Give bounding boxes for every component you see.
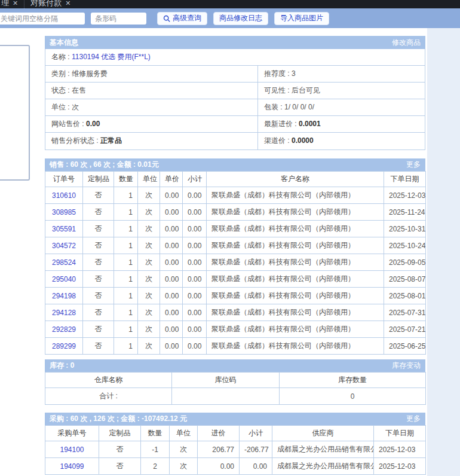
status-label: 状态 :	[51, 86, 70, 94]
sales-subtotal: 0.00	[183, 187, 207, 204]
sales-order-number-link[interactable]: 289299	[45, 338, 83, 355]
sales-unit-price: 0.00	[160, 338, 183, 355]
product-modify-log-button[interactable]: 商品修改日志	[213, 12, 268, 25]
purchase-more-link[interactable]: 更多	[406, 414, 421, 424]
sales-row: 292829 否 1 次 0.00 0.00 聚联鼎盛（成都）科技有限公司（内部…	[45, 321, 426, 338]
info-row: 类别 : 维修服务费 推荐度 : 3	[45, 66, 425, 83]
sales-unit: 次	[138, 304, 160, 321]
sales-order-number-link[interactable]: 294128	[45, 304, 83, 321]
latest-cost-label: 最新进价 :	[264, 120, 297, 128]
site-price-label: 网站售价 :	[51, 120, 84, 128]
tab-close-icon[interactable]: ✕	[65, 0, 70, 8]
sales-order-date: 2025-10-31	[384, 221, 426, 237]
sales-order-number-link[interactable]: 310610	[45, 187, 83, 204]
sales-row: 304572 否 1 次 0.00 0.00 聚联鼎盛（成都）科技有限公司（内部…	[45, 237, 426, 254]
barcode-input[interactable]	[91, 13, 146, 25]
recommend-value: 3	[292, 69, 296, 78]
advanced-search-label: 高级查询	[173, 13, 201, 23]
sales-customer-name: 聚联鼎盛（成都）科技有限公司（内部领用）	[207, 237, 384, 254]
visibility-label: 可见性 :	[264, 86, 290, 94]
sales-order-number-link[interactable]: 298524	[45, 254, 83, 271]
purchase-order-number-link[interactable]: 194099	[45, 458, 99, 475]
info-row: 单位 : 次 包装 : 1/ 0/ 0/ 0/	[45, 99, 425, 116]
stock-quantity: 0	[280, 388, 426, 405]
sales-order-number-link[interactable]: 295040	[45, 271, 83, 288]
sales-unit-price: 0.00	[160, 204, 183, 221]
info-row: 销售分析状态 : 正常品 渠道价 : 0.0000	[45, 133, 425, 149]
sales-custom-flag: 否	[83, 237, 114, 254]
visibility-value: 后台可见	[292, 86, 320, 94]
inventory-column-header: 库位码	[172, 373, 280, 388]
sales-more-link[interactable]: 更多	[406, 160, 421, 170]
sales-unit: 次	[138, 204, 160, 221]
purchase-row: 194100 否 -1 次 206.77 -206.77 成都晨之光办公用品销售…	[45, 441, 426, 458]
sales-quantity: 1	[114, 204, 138, 221]
tab-manage[interactable]: 理 ✕	[0, 0, 24, 8]
channel-price-label: 渠道价 :	[264, 136, 290, 145]
sales-subtotal: 0.00	[183, 271, 207, 288]
inventory-table: 仓库名称库位码库存数量 合计 : 0	[45, 372, 426, 405]
sales-unit-price: 0.00	[160, 221, 183, 237]
purchase-table-header-row: 采购单号定制品数量单位进价小计供应商下单日期	[45, 426, 426, 441]
sales-unit: 次	[138, 288, 160, 304]
purchase-custom-flag: 否	[99, 458, 141, 475]
sales-custom-flag: 否	[83, 271, 114, 288]
sales-analysis-label: 销售分析状态 :	[51, 136, 99, 145]
sales-customer-name: 聚联鼎盛（成都）科技有限公司（内部领用）	[207, 338, 384, 355]
sales-column-header: 小计	[183, 172, 207, 187]
sales-column-header: 客户名称	[207, 172, 384, 187]
sales-order-number-link[interactable]: 308985	[45, 204, 83, 221]
sales-order-date: 2025-07-21	[384, 321, 426, 338]
sales-table: 订单号定制品数量单位单价小计客户名称下单日期 310610 否 1 次 0.00…	[45, 171, 426, 355]
basic-info-body: 名称 : 1130194 优选 费用(F**L) 类别 : 维修服务费 推荐度 …	[45, 49, 425, 150]
sales-order-number-link[interactable]: 305591	[45, 221, 83, 237]
sales-unit: 次	[138, 237, 160, 254]
product-detail-page: 基本信息 修改商品 名称 : 1130194 优选 费用(F**L) 类别 : …	[0, 28, 460, 476]
product-name-link[interactable]: 1130194 优选 费用(F**L)	[72, 53, 151, 61]
sales-customer-name: 聚联鼎盛（成都）科技有限公司（内部领用）	[207, 288, 384, 304]
sales-unit: 次	[138, 187, 160, 204]
advanced-search-button[interactable]: 高级查询	[157, 12, 207, 25]
inventory-table-header-row: 仓库名称库位码库存数量	[45, 373, 426, 388]
purchase-column-header: 单位	[170, 426, 198, 441]
purchase-summary: 采购 : 60 次 , 126 次 ; 金额 : -107492.12 元	[50, 414, 187, 424]
sales-custom-flag: 否	[83, 304, 114, 321]
unit-label: 单位 :	[51, 103, 70, 111]
sales-order-number-link[interactable]: 292829	[45, 321, 83, 338]
basic-info-title: 基本信息	[50, 38, 78, 48]
purchase-table-body: 194100 否 -1 次 206.77 -206.77 成都晨之光办公用品销售…	[45, 441, 426, 475]
sales-customer-name: 聚联鼎盛（成都）科技有限公司（内部领用）	[207, 187, 384, 204]
purchase-unit: 次	[170, 458, 198, 475]
sales-customer-name: 聚联鼎盛（成都）科技有限公司（内部领用）	[207, 304, 384, 321]
purchase-column-header: 采购单号	[45, 426, 99, 441]
sales-unit: 次	[138, 271, 160, 288]
sales-analysis-value: 正常品	[100, 136, 122, 145]
import-product-images-button[interactable]: 导入商品图片	[274, 12, 329, 25]
keyword-search-input[interactable]	[0, 13, 85, 25]
sales-unit-price: 0.00	[160, 304, 183, 321]
sales-row: 289299 否 1 次 0.00 0.00 聚联鼎盛（成都）科技有限公司（内部…	[45, 338, 426, 355]
inventory-changes-link[interactable]: 库存变动	[392, 361, 421, 371]
sales-quantity: 1	[114, 271, 138, 288]
supplier-name: 成都晨之光办公用品销售有限公司	[272, 458, 374, 475]
modify-product-link[interactable]: 修改商品	[392, 38, 421, 48]
sales-order-number-link[interactable]: 304572	[45, 237, 83, 254]
sales-quantity: 1	[114, 321, 138, 338]
sales-unit: 次	[138, 338, 160, 355]
sales-row: 294128 否 1 次 0.00 0.00 聚联鼎盛（成都）科技有限公司（内部…	[45, 304, 426, 321]
tab-reconcile-payment-label: 对账付款	[30, 0, 62, 8]
inventory-column-header: 库存数量	[280, 373, 426, 388]
name-row: 名称 : 1130194 优选 费用(F**L)	[45, 49, 425, 66]
sales-customer-name: 聚联鼎盛（成都）科技有限公司（内部领用）	[207, 204, 384, 221]
purchase-order-date: 2025-12-03	[374, 458, 426, 475]
sales-custom-flag: 否	[83, 338, 114, 355]
tab-close-icon[interactable]: ✕	[13, 0, 18, 8]
tab-reconcile-payment[interactable]: 对账付款 ✕	[24, 0, 76, 8]
sales-header: 销售 : 60 次 , 66 次 ; 金额 : 0.01元 更多	[45, 158, 425, 171]
purchase-order-number-link[interactable]: 194100	[45, 441, 99, 458]
sales-column-header: 单位	[138, 172, 160, 187]
sales-column-header: 数量	[114, 172, 138, 187]
sales-order-number-link[interactable]: 294198	[45, 288, 83, 304]
supplier-name: 成都晨之光办公用品销售有限公司	[272, 441, 374, 458]
sales-order-date: 2025-06-25	[384, 338, 426, 355]
